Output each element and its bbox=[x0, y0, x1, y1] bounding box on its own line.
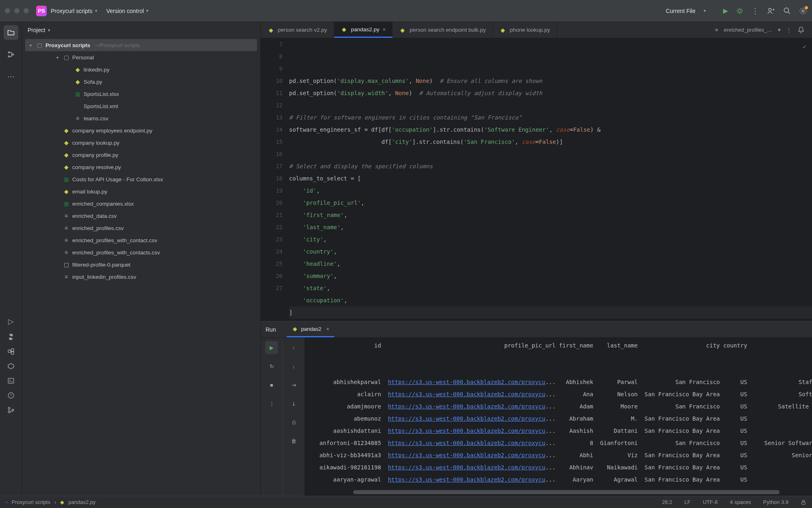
tree-item[interactable]: ◆email lokup.py bbox=[25, 185, 257, 198]
vcs-icon[interactable] bbox=[7, 406, 15, 414]
status-crumb-file[interactable]: pandas2.py bbox=[68, 499, 95, 505]
more-run-icon[interactable]: ⋮ bbox=[265, 397, 278, 410]
tree-item[interactable]: ◆company lookup.py bbox=[25, 137, 257, 149]
editor-tab[interactable]: ◆phone lookup.py bbox=[493, 22, 557, 38]
notifications-icon[interactable] bbox=[797, 26, 805, 34]
console-row: abhi-viz-bb34491a3 https://s3.us-west-00… bbox=[313, 449, 804, 461]
interpreter[interactable]: Python 3.9 bbox=[763, 499, 788, 505]
search-icon[interactable] bbox=[783, 7, 791, 15]
console-output[interactable]: id profile_pic_url first_name last_name … bbox=[304, 338, 812, 496]
tree-item[interactable]: ◆linkedin.py bbox=[25, 63, 257, 76]
project-tool-button[interactable] bbox=[4, 25, 18, 40]
tree-item[interactable]: ≡enriched_profiles_with_contact.csv bbox=[25, 234, 257, 246]
url-link[interactable]: https://s3.us-west-000.backblazeb2.com/p… bbox=[388, 415, 545, 422]
print-icon[interactable]: ⎙ bbox=[287, 416, 300, 429]
structure-tool-button[interactable] bbox=[4, 47, 18, 62]
tree-item[interactable]: ◆company resolve.py bbox=[25, 161, 257, 173]
problems-icon[interactable] bbox=[7, 392, 15, 399]
editor-tab[interactable]: ◆person search v2.py bbox=[261, 22, 334, 38]
code-content[interactable]: ✓ pd.set_option('display.max_columns', N… bbox=[289, 38, 812, 321]
editor-tab[interactable]: ◆pandas2.py× bbox=[334, 22, 393, 38]
code-editor[interactable]: 789101112131415161718192021222324252627 … bbox=[261, 38, 812, 321]
clear-icon[interactable]: 🗑 bbox=[287, 434, 300, 447]
url-link[interactable]: https://s3.us-west-000.backblazeb2.com/p… bbox=[388, 440, 545, 446]
python-icon: ◆ bbox=[499, 27, 507, 33]
root-path: ~/Proxycurl scripts bbox=[95, 42, 140, 48]
inspection-ok-icon[interactable]: ✓ bbox=[803, 41, 806, 53]
svg-point-0 bbox=[738, 9, 741, 13]
version-control-menu[interactable]: Version control bbox=[106, 8, 144, 14]
rerun-button[interactable]: ▶ bbox=[265, 341, 278, 354]
debug-button[interactable] bbox=[736, 7, 743, 15]
file-name: company resolve.py bbox=[72, 164, 121, 170]
close-icon[interactable]: × bbox=[382, 26, 386, 33]
scroll-to-end-icon[interactable]: ⤓ bbox=[287, 397, 300, 410]
tree-root[interactable]: ▾ ▢ Proxycurl scripts ~/Proxycurl script… bbox=[25, 39, 257, 51]
close-icon[interactable]: × bbox=[326, 326, 330, 332]
chevron-down-icon[interactable]: ▾ bbox=[778, 27, 781, 33]
tree-item[interactable]: SportsList.xml bbox=[25, 100, 257, 112]
maximize-window[interactable] bbox=[24, 8, 29, 13]
tree-item[interactable]: ≡enriched_profiles.csv bbox=[25, 222, 257, 234]
url-link[interactable]: https://s3.us-west-000.backblazeb2.com/p… bbox=[388, 403, 545, 410]
tree-item[interactable]: ◆Sofa.py bbox=[25, 76, 257, 88]
project-name[interactable]: Proxycurl scripts bbox=[51, 8, 93, 14]
more-tool-button[interactable]: ⋯ bbox=[4, 69, 18, 84]
url-link[interactable]: https://s3.us-west-000.backblazeb2.com/p… bbox=[388, 428, 545, 434]
more-icon[interactable]: ⋮ bbox=[752, 7, 759, 15]
url-link[interactable]: https://s3.us-west-000.backblazeb2.com/p… bbox=[388, 452, 545, 458]
file-encoding[interactable]: UTF-8 bbox=[703, 499, 718, 505]
status-crumb-project[interactable]: Proxycurl scripts bbox=[12, 499, 50, 505]
chevron-down-icon[interactable]: ▾ bbox=[146, 8, 149, 13]
indent-setting[interactable]: 4 spaces bbox=[730, 499, 751, 505]
breadcrumb-text[interactable]: enriched_profiles_… bbox=[724, 27, 772, 33]
tree-item[interactable]: ▦enriched_companies.xlsx bbox=[25, 198, 257, 210]
packages-icon[interactable] bbox=[7, 348, 15, 355]
twisty-icon[interactable]: ▾ bbox=[28, 43, 33, 48]
tree-item[interactable]: ▾▢Personal bbox=[25, 51, 257, 63]
tree-item[interactable]: ≡teams.csv bbox=[25, 112, 257, 124]
url-link[interactable]: https://s3.us-west-000.backblazeb2.com/p… bbox=[388, 379, 545, 385]
run-config-selector[interactable]: Current File bbox=[666, 8, 695, 14]
lock-icon[interactable] bbox=[801, 499, 806, 505]
tab-options-icon[interactable]: ⋮ bbox=[786, 27, 792, 33]
tree-item[interactable]: ≡enriched_data.csv bbox=[25, 210, 257, 222]
console-row: aikawadi-982161198 https://s3.us-west-00… bbox=[313, 461, 804, 473]
chevron-down-icon[interactable]: ▾ bbox=[704, 8, 706, 13]
tree-item[interactable]: ◆company profile.py bbox=[25, 149, 257, 161]
stop-button[interactable]: ■ bbox=[265, 378, 278, 391]
url-link[interactable]: https://s3.us-west-000.backblazeb2.com/p… bbox=[388, 391, 545, 397]
horizontal-scrollbar[interactable] bbox=[353, 490, 780, 494]
twisty-icon[interactable]: ▾ bbox=[54, 55, 60, 60]
python-console-icon[interactable] bbox=[7, 333, 15, 341]
tree-item[interactable]: ▦SportsList.xlsx bbox=[25, 88, 257, 100]
up-icon[interactable]: ↑ bbox=[287, 341, 300, 354]
terminal-icon[interactable] bbox=[7, 377, 15, 384]
file-name: company profile.py bbox=[72, 152, 118, 158]
soft-wrap-icon[interactable]: ⇥ bbox=[287, 378, 300, 391]
url-link[interactable]: https://s3.us-west-000.backblazeb2.com/p… bbox=[388, 464, 545, 471]
chevron-down-icon[interactable]: ▾ bbox=[95, 8, 97, 13]
tree-item[interactable]: ≡enriched_profiles_with_contacts.csv bbox=[25, 246, 257, 258]
down-icon[interactable]: ↓ bbox=[287, 360, 300, 373]
run-button[interactable]: ▶ bbox=[723, 7, 728, 15]
tree-item[interactable]: ▢filtered-profile-0.parquet bbox=[25, 258, 257, 271]
tree-item[interactable]: ▦Costs for API Usage - For Colton.xlsx bbox=[25, 173, 257, 185]
chevron-down-icon[interactable]: ▾ bbox=[48, 28, 50, 33]
services-icon[interactable] bbox=[7, 363, 15, 370]
url-link[interactable]: https://s3.us-west-000.backblazeb2.com/p… bbox=[388, 476, 545, 483]
sidebar-header[interactable]: Project ▾ bbox=[22, 22, 260, 38]
run-tab[interactable]: ◆ pandas2 × bbox=[287, 321, 334, 337]
line-separator[interactable]: LF bbox=[685, 499, 691, 505]
tree-item[interactable]: ≡input_linkedin_profiles.csv bbox=[25, 271, 257, 283]
tree-item[interactable]: ◆company employees endpoint.py bbox=[25, 124, 257, 137]
caret-position[interactable]: 26:2 bbox=[662, 499, 672, 505]
code-with-me-icon[interactable] bbox=[767, 7, 775, 15]
rerun-icon[interactable]: ↻ bbox=[265, 360, 278, 373]
editor-tab[interactable]: ◆person search endpoint bulk.py bbox=[393, 22, 493, 38]
minimize-window[interactable] bbox=[14, 8, 19, 13]
run-tool-icon[interactable]: ▷ bbox=[8, 317, 14, 326]
close-window[interactable] bbox=[5, 8, 10, 13]
settings-icon[interactable] bbox=[799, 7, 807, 15]
run-toolwindow-label[interactable]: Run bbox=[266, 326, 276, 333]
